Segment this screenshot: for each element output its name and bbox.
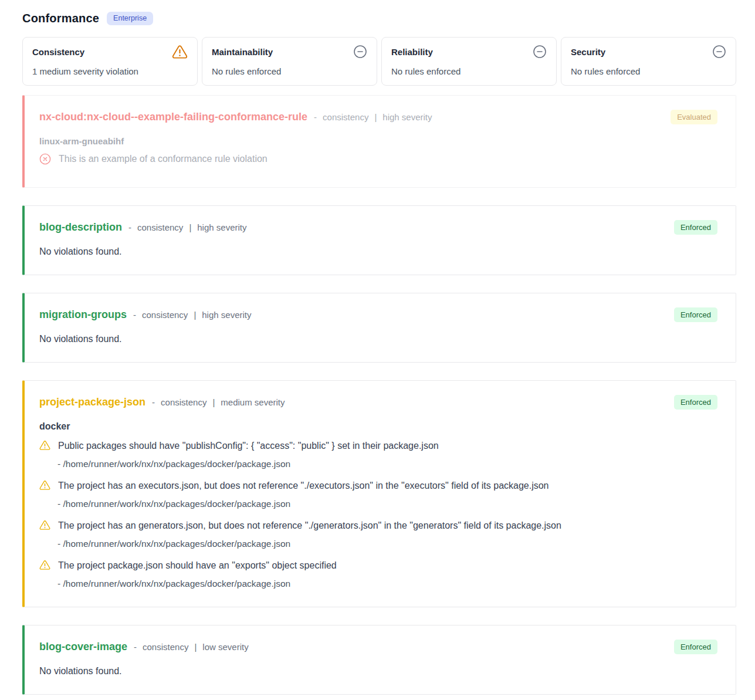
violation-item: The project package.json should have an … bbox=[39, 560, 719, 589]
violation-path: - /home/runner/work/nx/nx/packages/docke… bbox=[57, 458, 719, 469]
violation-row: This is an example of a conformance rule… bbox=[39, 153, 719, 167]
summary-card-status: No rules enforced bbox=[391, 66, 547, 76]
rule-name-link[interactable]: nx-cloud:nx-cloud--example-failing-confo… bbox=[39, 111, 307, 123]
violation-item: The project has an generators.json, but … bbox=[39, 520, 719, 549]
enterprise-badge: Enterprise bbox=[107, 12, 153, 25]
rule-card-example-failing: nx-cloud:nx-cloud--example-failing-confo… bbox=[22, 95, 736, 188]
meta-pipe: | bbox=[374, 112, 377, 122]
rule-name-link[interactable]: project-package-json bbox=[39, 396, 145, 408]
violation-path: - /home/runner/work/nx/nx/packages/docke… bbox=[57, 538, 719, 549]
rule-card-blog-description: blog-description - consistency | high se… bbox=[22, 205, 736, 275]
summary-card-title: Consistency bbox=[32, 45, 84, 57]
page-title: Conformance bbox=[22, 12, 99, 25]
project-name: docker bbox=[39, 421, 719, 432]
summary-card-status: No rules enforced bbox=[212, 66, 367, 76]
meta-dash: - bbox=[314, 112, 317, 122]
summary-card-title: Security bbox=[571, 45, 605, 57]
violation-message: The project has an executors.json, but d… bbox=[58, 480, 549, 491]
summary-card-consistency: Consistency 1 medium severity violation bbox=[22, 37, 198, 86]
violation-item: Public packages should have "publishConf… bbox=[39, 440, 719, 469]
rule-name-link[interactable]: blog-cover-image bbox=[39, 641, 127, 653]
meta-pipe: | bbox=[189, 222, 191, 232]
minus-circle-icon bbox=[353, 45, 367, 61]
rule-card-project-package-json: project-package-json - consistency | med… bbox=[22, 380, 736, 607]
rule-category: consistency bbox=[142, 310, 188, 320]
rule-category: consistency bbox=[143, 642, 188, 652]
violation-message: Public packages should have "publishConf… bbox=[58, 440, 439, 451]
minus-circle-icon bbox=[712, 45, 726, 61]
rule-severity: high severity bbox=[382, 112, 432, 122]
violation-message: This is an example of a conformance rule… bbox=[59, 153, 268, 164]
rule-severity: medium severity bbox=[221, 397, 285, 407]
status-badge: Enforced bbox=[674, 395, 717, 410]
summary-card-title: Reliability bbox=[391, 45, 433, 57]
warning-triangle-icon bbox=[39, 440, 50, 453]
meta-pipe: | bbox=[194, 310, 196, 320]
rule-severity: high severity bbox=[197, 222, 246, 232]
violation-path: - /home/runner/work/nx/nx/packages/docke… bbox=[57, 498, 719, 509]
rule-severity: low severity bbox=[202, 642, 248, 652]
rule-body-text: No violations found. bbox=[39, 334, 719, 344]
warning-triangle-icon bbox=[39, 520, 50, 533]
conformance-page: Conformance Enterprise Consistency 1 med… bbox=[0, 0, 755, 695]
meta-pipe: | bbox=[194, 642, 197, 652]
summary-card-maintainability: Maintainability No rules enforced bbox=[202, 37, 377, 86]
meta-dash: - bbox=[133, 310, 136, 320]
rule-category: consistency bbox=[137, 222, 183, 232]
rule-card-blog-cover-image: blog-cover-image - consistency | low sev… bbox=[22, 625, 736, 695]
summary-card-title: Maintainability bbox=[212, 45, 273, 57]
page-header: Conformance Enterprise bbox=[22, 12, 736, 25]
minus-circle-icon bbox=[533, 45, 547, 61]
summary-card-reliability: Reliability No rules enforced bbox=[381, 37, 557, 86]
project-name: linux-arm-gnueabihf bbox=[39, 136, 719, 146]
warning-triangle-icon bbox=[172, 45, 188, 62]
summary-card-status: 1 medium severity violation bbox=[32, 66, 188, 76]
status-badge: Enforced bbox=[674, 640, 717, 654]
rule-card-migration-groups: migration-groups - consistency | high se… bbox=[22, 293, 736, 363]
summary-card-security: Security No rules enforced bbox=[561, 37, 736, 86]
violation-message: The project package.json should have an … bbox=[58, 560, 337, 571]
meta-pipe: | bbox=[212, 397, 215, 407]
meta-dash: - bbox=[134, 642, 137, 652]
rule-category: consistency bbox=[161, 397, 206, 407]
warning-triangle-icon bbox=[39, 560, 50, 573]
warning-triangle-icon bbox=[39, 480, 50, 493]
status-badge: Evaluated bbox=[671, 110, 717, 124]
status-badge: Enforced bbox=[674, 307, 717, 322]
rule-name-link[interactable]: blog-description bbox=[39, 221, 122, 234]
meta-dash: - bbox=[152, 397, 155, 407]
summary-card-status: No rules enforced bbox=[571, 66, 726, 76]
rule-severity: high severity bbox=[202, 310, 251, 320]
rule-category: consistency bbox=[323, 112, 368, 122]
rule-body-text: No violations found. bbox=[39, 666, 719, 677]
violation-item: The project has an executors.json, but d… bbox=[39, 480, 719, 509]
violation-message: The project has an generators.json, but … bbox=[58, 520, 561, 531]
x-circle-icon bbox=[39, 153, 51, 167]
violation-path: - /home/runner/work/nx/nx/packages/docke… bbox=[57, 578, 719, 589]
rule-body-text: No violations found. bbox=[39, 246, 719, 257]
meta-dash: - bbox=[128, 222, 131, 232]
status-badge: Enforced bbox=[674, 220, 717, 235]
summary-card-row: Consistency 1 medium severity violation … bbox=[22, 37, 736, 86]
rule-list: nx-cloud:nx-cloud--example-failing-confo… bbox=[22, 95, 736, 695]
rule-name-link[interactable]: migration-groups bbox=[39, 309, 127, 321]
